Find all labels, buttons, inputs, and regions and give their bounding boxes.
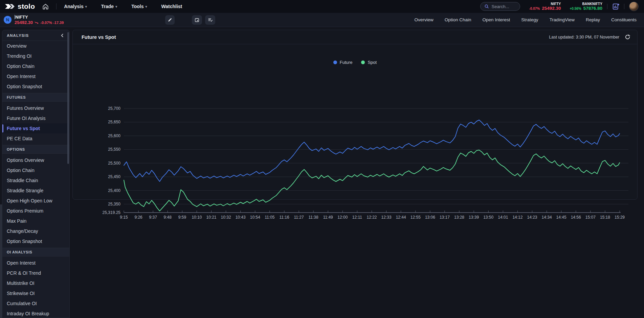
tab-tradingview[interactable]: TradingView <box>550 17 575 22</box>
watchlist-check-button[interactable] <box>205 15 215 25</box>
symbol-price: 25492.30 <box>15 20 33 25</box>
svg-text:13:06: 13:06 <box>425 215 435 220</box>
sidebar-item-open-high-open-low[interactable]: Open High Open Low <box>2 196 69 206</box>
pencil-icon <box>168 18 172 22</box>
svg-text:9:37: 9:37 <box>149 215 157 220</box>
brand-name: stolo <box>18 2 35 10</box>
sidebar-item-pe-ce-data[interactable]: PE CE Data <box>2 133 69 144</box>
svg-text:12:00: 12:00 <box>337 215 348 220</box>
svg-text:25,350: 25,350 <box>108 202 120 206</box>
sidebar-item-trending-oi[interactable]: Trending OI <box>2 51 69 61</box>
sidebar-item-options-premium[interactable]: Options Premium <box>2 206 69 216</box>
card-header: Future vs Spot Last updated: 3:30 PM, 07… <box>73 30 637 44</box>
future-vs-spot-card: Future vs Spot Last updated: 3:30 PM, 07… <box>72 30 638 200</box>
legend-dot <box>361 60 365 64</box>
svg-text:12:11: 12:11 <box>352 215 362 220</box>
icon-divider <box>607 4 607 9</box>
svg-text:10:32: 10:32 <box>221 215 231 220</box>
edit-symbol-button[interactable] <box>165 15 175 25</box>
sidebar-item-future-vs-spot[interactable]: Future vs Spot <box>2 123 69 133</box>
svg-text:14:45: 14:45 <box>556 215 567 220</box>
tab-constituents[interactable]: Constituents <box>611 17 637 22</box>
sidebar-item-options-overview[interactable]: Options Overview <box>2 155 69 165</box>
sidebar-item-overview[interactable]: Overview <box>2 41 69 51</box>
sidebar-item-straddle-chain[interactable]: Straddle Chain <box>2 175 69 186</box>
analysis-sidebar: ANALYSIS OverviewTrending OIOption Chain… <box>2 30 70 318</box>
chart-add-icon[interactable] <box>612 3 619 10</box>
calendar-icon <box>195 18 199 22</box>
stolo-logo-icon <box>5 3 16 10</box>
svg-text:11:05: 11:05 <box>265 215 274 220</box>
user-avatar[interactable] <box>629 2 639 11</box>
legend-spot[interactable]: Spot <box>361 60 377 65</box>
refresh-button[interactable] <box>625 34 630 40</box>
sidebar-item-future-oi-analysis[interactable]: Future OI Analysis <box>2 113 69 123</box>
calendar-button[interactable] <box>192 15 202 25</box>
sidebar-item-futures-overview[interactable]: Futures Overview <box>2 103 69 113</box>
svg-text:10:21: 10:21 <box>206 215 216 220</box>
ticker-value: 57876.80 <box>583 6 602 11</box>
tab-open-interest[interactable]: Open Interest <box>483 17 510 22</box>
search-input[interactable]: Search... <box>480 2 520 11</box>
sidebar-item-option-snapshot[interactable]: Option Snapshot <box>2 236 69 246</box>
svg-text:13:17: 13:17 <box>440 215 450 220</box>
tab-strategy[interactable]: Strategy <box>521 17 538 22</box>
legend-future[interactable]: Future <box>333 60 353 65</box>
legend-label: Future <box>340 60 353 65</box>
sidebar-item-option-snapshot[interactable]: Option Snapshot <box>2 81 69 92</box>
page-scrollbar[interactable] <box>0 204 2 318</box>
svg-text:25,600: 25,600 <box>108 133 120 138</box>
sidebar-item-max-pain[interactable]: Max Pain <box>2 216 69 226</box>
tab-replay[interactable]: Replay <box>586 17 600 22</box>
svg-text:13:39: 13:39 <box>469 215 479 220</box>
svg-text:9:15: 9:15 <box>120 215 128 220</box>
sidebar-item-pcr-oi-trend[interactable]: PCR & OI Trend <box>2 268 69 278</box>
sidebar-header: ANALYSIS <box>2 30 69 41</box>
menu-tools[interactable]: Tools▾ <box>131 4 147 9</box>
tab-option-chain[interactable]: Option Chain <box>445 17 471 22</box>
svg-text:15:18: 15:18 <box>600 215 610 220</box>
refresh-icon <box>625 34 630 40</box>
search-icon <box>484 4 489 9</box>
sidebar-item-option-chain[interactable]: Option Chain <box>2 61 69 71</box>
tab-overview[interactable]: Overview <box>414 17 433 22</box>
svg-text:25,650: 25,650 <box>108 120 120 124</box>
svg-text:12:22: 12:22 <box>367 215 377 220</box>
svg-text:10:54: 10:54 <box>250 215 260 220</box>
sidebar-scrollbar[interactable] <box>67 32 69 164</box>
ticker-banknifty: BANKNIFTY +0.56% 57876.80 <box>570 2 602 11</box>
search-placeholder: Search... <box>491 4 509 9</box>
sidebar-item-option-chain[interactable]: Option Chain <box>2 165 69 175</box>
legend-dot <box>333 60 337 64</box>
ticker-name: BANKNIFTY <box>582 2 602 6</box>
svg-text:25,400: 25,400 <box>108 188 120 193</box>
symbol-bar: N NIFTY 25492.30 -0.07% -17.39 OverviewO… <box>0 13 644 27</box>
menu-trade[interactable]: Trade▾ <box>101 4 117 9</box>
sidebar-item-open-interest[interactable]: Open Interest <box>2 71 69 81</box>
svg-text:12:55: 12:55 <box>410 215 421 220</box>
svg-text:14:23: 14:23 <box>527 215 537 220</box>
svg-text:25,450: 25,450 <box>108 174 120 179</box>
trend-down-icon <box>35 21 39 24</box>
sidebar-item-cumulative-oi[interactable]: Cumulative OI <box>2 298 69 309</box>
menu-analysis[interactable]: Analysis▾ <box>64 4 87 9</box>
menu-watchlist[interactable]: Watchlist <box>161 4 182 9</box>
sidebar-section-futures: FUTURES <box>2 93 69 102</box>
sidebar-list: OverviewTrending OIOption ChainOpen Inte… <box>2 41 69 318</box>
sidebar-item-strikewise-oi[interactable]: Strikewise OI <box>2 288 69 298</box>
legend-label: Spot <box>368 60 377 65</box>
sidebar-item-intraday-oi-breakup[interactable]: Intraday OI Breakup <box>2 309 69 318</box>
text-cursor <box>15 15 15 19</box>
future-vs-spot-chart[interactable]: 25,70025,65025,60025,55025,50025,45025,4… <box>73 70 637 222</box>
symbol-input[interactable]: NIFTY <box>15 15 64 20</box>
home-icon[interactable] <box>42 3 49 10</box>
stolo-logo[interactable]: stolo <box>5 2 35 10</box>
sidebar-section-options: OPTIONS <box>2 145 69 154</box>
sidebar-item-multistrike-oi[interactable]: Multistrike OI <box>2 278 69 288</box>
sidebar-item-change-decay[interactable]: Change/Decay <box>2 226 69 236</box>
sidebar-title: ANALYSIS <box>7 33 29 38</box>
sidebar-item-straddle-strangle[interactable]: Straddle Strangle <box>2 186 69 196</box>
sidebar-collapse-button[interactable] <box>60 33 65 38</box>
svg-text:11:16: 11:16 <box>279 215 289 220</box>
sidebar-item-open-interest[interactable]: Open Interest <box>2 258 69 268</box>
